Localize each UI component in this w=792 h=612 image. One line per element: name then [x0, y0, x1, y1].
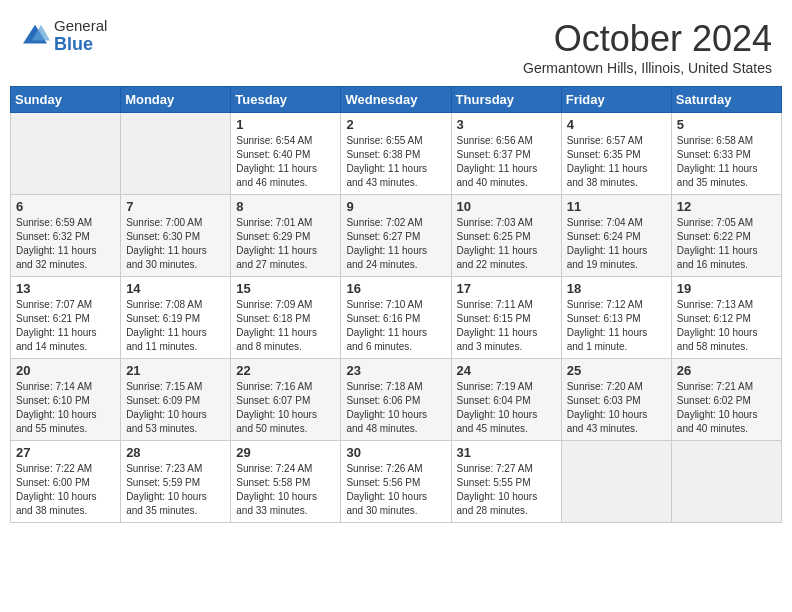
day-cell: 15Sunrise: 7:09 AMSunset: 6:18 PMDayligh…: [231, 277, 341, 359]
day-info: Sunrise: 7:20 AMSunset: 6:03 PMDaylight:…: [567, 380, 666, 436]
day-info: Sunrise: 7:24 AMSunset: 5:58 PMDaylight:…: [236, 462, 335, 518]
day-cell: 7Sunrise: 7:00 AMSunset: 6:30 PMDaylight…: [121, 195, 231, 277]
day-number: 16: [346, 281, 445, 296]
day-cell: [561, 441, 671, 523]
day-cell: 18Sunrise: 7:12 AMSunset: 6:13 PMDayligh…: [561, 277, 671, 359]
day-info: Sunrise: 7:00 AMSunset: 6:30 PMDaylight:…: [126, 216, 225, 272]
day-number: 4: [567, 117, 666, 132]
day-number: 9: [346, 199, 445, 214]
day-number: 23: [346, 363, 445, 378]
day-cell: [671, 441, 781, 523]
day-cell: 12Sunrise: 7:05 AMSunset: 6:22 PMDayligh…: [671, 195, 781, 277]
week-row-1: 1Sunrise: 6:54 AMSunset: 6:40 PMDaylight…: [11, 113, 782, 195]
day-info: Sunrise: 7:23 AMSunset: 5:59 PMDaylight:…: [126, 462, 225, 518]
column-header-tuesday: Tuesday: [231, 87, 341, 113]
day-number: 18: [567, 281, 666, 296]
day-cell: 25Sunrise: 7:20 AMSunset: 6:03 PMDayligh…: [561, 359, 671, 441]
calendar-header: SundayMondayTuesdayWednesdayThursdayFrid…: [11, 87, 782, 113]
day-cell: 8Sunrise: 7:01 AMSunset: 6:29 PMDaylight…: [231, 195, 341, 277]
week-row-5: 27Sunrise: 7:22 AMSunset: 6:00 PMDayligh…: [11, 441, 782, 523]
day-cell: 21Sunrise: 7:15 AMSunset: 6:09 PMDayligh…: [121, 359, 231, 441]
day-cell: 1Sunrise: 6:54 AMSunset: 6:40 PMDaylight…: [231, 113, 341, 195]
day-cell: 10Sunrise: 7:03 AMSunset: 6:25 PMDayligh…: [451, 195, 561, 277]
day-number: 17: [457, 281, 556, 296]
day-info: Sunrise: 7:26 AMSunset: 5:56 PMDaylight:…: [346, 462, 445, 518]
week-row-3: 13Sunrise: 7:07 AMSunset: 6:21 PMDayligh…: [11, 277, 782, 359]
day-cell: 4Sunrise: 6:57 AMSunset: 6:35 PMDaylight…: [561, 113, 671, 195]
day-number: 20: [16, 363, 115, 378]
day-cell: 24Sunrise: 7:19 AMSunset: 6:04 PMDayligh…: [451, 359, 561, 441]
week-row-2: 6Sunrise: 6:59 AMSunset: 6:32 PMDaylight…: [11, 195, 782, 277]
day-number: 14: [126, 281, 225, 296]
day-info: Sunrise: 7:12 AMSunset: 6:13 PMDaylight:…: [567, 298, 666, 354]
day-cell: 22Sunrise: 7:16 AMSunset: 6:07 PMDayligh…: [231, 359, 341, 441]
day-info: Sunrise: 6:58 AMSunset: 6:33 PMDaylight:…: [677, 134, 776, 190]
day-number: 21: [126, 363, 225, 378]
column-header-thursday: Thursday: [451, 87, 561, 113]
day-number: 7: [126, 199, 225, 214]
day-info: Sunrise: 7:04 AMSunset: 6:24 PMDaylight:…: [567, 216, 666, 272]
day-info: Sunrise: 7:19 AMSunset: 6:04 PMDaylight:…: [457, 380, 556, 436]
day-cell: 23Sunrise: 7:18 AMSunset: 6:06 PMDayligh…: [341, 359, 451, 441]
calendar-body: 1Sunrise: 6:54 AMSunset: 6:40 PMDaylight…: [11, 113, 782, 523]
day-info: Sunrise: 6:56 AMSunset: 6:37 PMDaylight:…: [457, 134, 556, 190]
day-info: Sunrise: 6:54 AMSunset: 6:40 PMDaylight:…: [236, 134, 335, 190]
day-info: Sunrise: 7:22 AMSunset: 6:00 PMDaylight:…: [16, 462, 115, 518]
day-cell: 31Sunrise: 7:27 AMSunset: 5:55 PMDayligh…: [451, 441, 561, 523]
day-number: 26: [677, 363, 776, 378]
day-cell: 9Sunrise: 7:02 AMSunset: 6:27 PMDaylight…: [341, 195, 451, 277]
day-cell: 14Sunrise: 7:08 AMSunset: 6:19 PMDayligh…: [121, 277, 231, 359]
day-cell: 6Sunrise: 6:59 AMSunset: 6:32 PMDaylight…: [11, 195, 121, 277]
day-info: Sunrise: 7:08 AMSunset: 6:19 PMDaylight:…: [126, 298, 225, 354]
column-header-saturday: Saturday: [671, 87, 781, 113]
day-number: 27: [16, 445, 115, 460]
day-info: Sunrise: 7:10 AMSunset: 6:16 PMDaylight:…: [346, 298, 445, 354]
day-info: Sunrise: 7:18 AMSunset: 6:06 PMDaylight:…: [346, 380, 445, 436]
day-cell: 16Sunrise: 7:10 AMSunset: 6:16 PMDayligh…: [341, 277, 451, 359]
title-block: October 2024 Germantown Hills, Illinois,…: [523, 18, 772, 76]
day-info: Sunrise: 7:02 AMSunset: 6:27 PMDaylight:…: [346, 216, 445, 272]
day-cell: 28Sunrise: 7:23 AMSunset: 5:59 PMDayligh…: [121, 441, 231, 523]
day-number: 5: [677, 117, 776, 132]
logo-blue-text: Blue: [54, 35, 107, 55]
day-number: 6: [16, 199, 115, 214]
day-number: 3: [457, 117, 556, 132]
logo: General Blue: [20, 18, 107, 54]
day-number: 28: [126, 445, 225, 460]
page-header: General Blue October 2024 Germantown Hil…: [10, 10, 782, 80]
day-cell: 19Sunrise: 7:13 AMSunset: 6:12 PMDayligh…: [671, 277, 781, 359]
day-cell: 27Sunrise: 7:22 AMSunset: 6:00 PMDayligh…: [11, 441, 121, 523]
logo-general-text: General: [54, 18, 107, 35]
day-cell: 13Sunrise: 7:07 AMSunset: 6:21 PMDayligh…: [11, 277, 121, 359]
day-number: 11: [567, 199, 666, 214]
day-number: 22: [236, 363, 335, 378]
day-number: 10: [457, 199, 556, 214]
day-info: Sunrise: 7:21 AMSunset: 6:02 PMDaylight:…: [677, 380, 776, 436]
day-number: 2: [346, 117, 445, 132]
day-info: Sunrise: 7:16 AMSunset: 6:07 PMDaylight:…: [236, 380, 335, 436]
day-number: 1: [236, 117, 335, 132]
day-info: Sunrise: 6:57 AMSunset: 6:35 PMDaylight:…: [567, 134, 666, 190]
day-number: 19: [677, 281, 776, 296]
day-cell: 20Sunrise: 7:14 AMSunset: 6:10 PMDayligh…: [11, 359, 121, 441]
day-number: 8: [236, 199, 335, 214]
column-header-friday: Friday: [561, 87, 671, 113]
day-info: Sunrise: 7:15 AMSunset: 6:09 PMDaylight:…: [126, 380, 225, 436]
day-number: 31: [457, 445, 556, 460]
day-cell: 17Sunrise: 7:11 AMSunset: 6:15 PMDayligh…: [451, 277, 561, 359]
day-cell: 11Sunrise: 7:04 AMSunset: 6:24 PMDayligh…: [561, 195, 671, 277]
day-info: Sunrise: 6:59 AMSunset: 6:32 PMDaylight:…: [16, 216, 115, 272]
day-number: 30: [346, 445, 445, 460]
column-header-wednesday: Wednesday: [341, 87, 451, 113]
day-info: Sunrise: 7:01 AMSunset: 6:29 PMDaylight:…: [236, 216, 335, 272]
day-cell: 26Sunrise: 7:21 AMSunset: 6:02 PMDayligh…: [671, 359, 781, 441]
day-cell: 5Sunrise: 6:58 AMSunset: 6:33 PMDaylight…: [671, 113, 781, 195]
day-info: Sunrise: 7:27 AMSunset: 5:55 PMDaylight:…: [457, 462, 556, 518]
day-info: Sunrise: 7:05 AMSunset: 6:22 PMDaylight:…: [677, 216, 776, 272]
day-cell: 2Sunrise: 6:55 AMSunset: 6:38 PMDaylight…: [341, 113, 451, 195]
day-info: Sunrise: 6:55 AMSunset: 6:38 PMDaylight:…: [346, 134, 445, 190]
day-info: Sunrise: 7:07 AMSunset: 6:21 PMDaylight:…: [16, 298, 115, 354]
day-cell: [121, 113, 231, 195]
day-info: Sunrise: 7:03 AMSunset: 6:25 PMDaylight:…: [457, 216, 556, 272]
day-info: Sunrise: 7:11 AMSunset: 6:15 PMDaylight:…: [457, 298, 556, 354]
